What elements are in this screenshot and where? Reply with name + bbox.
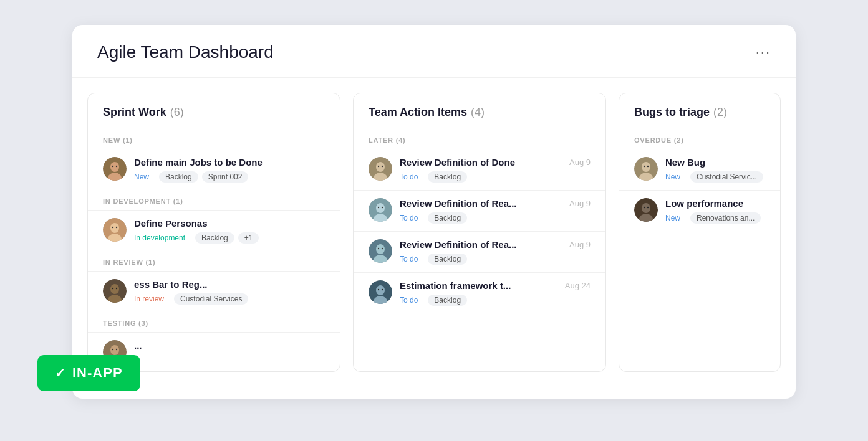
tag-badge: Backlog [195, 232, 234, 244]
avatar [634, 157, 658, 181]
status-badge: To do [400, 295, 424, 306]
card-content: Estimation framework t...Aug 24To doBack… [400, 280, 591, 306]
status-badge: New [134, 171, 155, 183]
card-content: Review Definition of DoneAug 9To doBackl… [400, 157, 591, 183]
column-title: Team Action Items [369, 106, 467, 118]
tag-badge: Sprint 002 [202, 171, 249, 183]
status-badge: In development [134, 232, 191, 244]
svg-point-36 [376, 285, 385, 295]
column-header-team-action: Team Action Items(4) [354, 93, 605, 129]
card-content: ... [134, 340, 325, 351]
svg-point-24 [382, 166, 383, 167]
svg-point-9 [116, 227, 117, 228]
tag-badge: Custodial Services [174, 293, 248, 305]
svg-point-3 [112, 166, 113, 167]
svg-point-23 [378, 166, 379, 167]
column-header-sprint-work: Sprint Work(6) [88, 93, 340, 129]
card-title: New Bug [665, 157, 705, 168]
status-badge: To do [400, 212, 424, 224]
column-sprint-work: Sprint Work(6)NEW (1)Define main Jobs to… [87, 93, 340, 372]
section-label: IN DEVELOPMENT (1) [88, 190, 340, 210]
column-count: (6) [170, 106, 184, 118]
section-label: IN REVIEW (1) [88, 251, 340, 271]
section-label: OVERDUE (2) [619, 129, 780, 149]
svg-point-21 [376, 162, 385, 172]
section-label: TESTING (3) [88, 312, 340, 332]
svg-point-48 [644, 207, 645, 208]
avatar [369, 239, 392, 263]
svg-point-29 [382, 207, 383, 208]
card-content: Define main Jobs to be DoneNewBacklogSpr… [134, 157, 325, 183]
card-title: Review Definition of Done [400, 157, 515, 168]
svg-point-44 [647, 166, 649, 167]
card-title: Define main Jobs to be Done [134, 157, 263, 168]
tag-badge: Backlog [428, 254, 467, 265]
column-header-bugs-triage: Bugs to triage(2) [619, 93, 780, 129]
main-card: Agile Team Dashboard ··· Sprint Work(6)N… [72, 25, 796, 399]
card-content: ess Bar to Reg...In reviewCustodial Serv… [134, 279, 325, 305]
avatar [103, 157, 127, 181]
svg-point-31 [376, 244, 385, 254]
card-content: Low performanceNewRenovations an... [665, 198, 765, 224]
list-item[interactable]: ess Bar to Reg...In reviewCustodial Serv… [88, 271, 340, 312]
avatar [634, 198, 658, 222]
column-team-action: Team Action Items(4)LATER (4)Review Defi… [353, 93, 606, 372]
svg-point-46 [642, 203, 650, 213]
list-item[interactable]: Review Definition of DoneAug 9To doBackl… [354, 149, 605, 190]
card-title: Review Definition of Rea... [400, 239, 517, 250]
svg-point-13 [112, 288, 113, 289]
avatar [369, 157, 392, 181]
list-item[interactable]: Estimation framework t...Aug 24To doBack… [354, 272, 605, 313]
card-title: Review Definition of Rea... [400, 198, 517, 209]
avatar [369, 280, 392, 304]
in-app-label: IN-APP [72, 365, 123, 381]
card-date: Aug 9 [569, 199, 591, 208]
in-app-badge: ✓ IN-APP [37, 355, 140, 391]
list-item[interactable]: Review Definition of Rea...Aug 9To doBac… [354, 231, 605, 272]
tag-badge: Backlog [159, 171, 198, 183]
svg-point-1 [110, 162, 119, 172]
column-title: Sprint Work [103, 106, 166, 118]
card-title: ess Bar to Reg... [134, 279, 208, 290]
checkmark-icon: ✓ [55, 366, 66, 381]
avatar [103, 218, 127, 242]
card-content: Define PersonasIn developmentBacklog+1 [134, 218, 325, 244]
avatar [369, 198, 392, 222]
svg-point-18 [112, 349, 113, 350]
tag-badge: Backlog [428, 171, 467, 183]
card-content: New BugNewCustodial Servic... [665, 157, 765, 183]
list-item[interactable]: Define PersonasIn developmentBacklog+1 [88, 210, 340, 251]
list-item[interactable]: Review Definition of Rea...Aug 9To doBac… [354, 190, 605, 231]
page-title: Agile Team Dashboard [97, 42, 274, 62]
card-title: Low performance [665, 198, 743, 209]
svg-point-16 [110, 345, 119, 355]
section-label: NEW (1) [88, 129, 340, 149]
svg-point-49 [647, 207, 649, 208]
card-date: Aug 9 [569, 240, 591, 249]
svg-point-34 [382, 248, 383, 249]
status-badge: In review [134, 293, 170, 305]
column-count: (2) [713, 106, 727, 118]
status-badge: To do [400, 254, 424, 265]
column-title: Bugs to triage [634, 106, 710, 118]
card-title: Define Personas [134, 218, 208, 229]
card-date: Aug 24 [565, 281, 591, 290]
more-options-button[interactable]: ··· [756, 44, 771, 60]
tag-badge: Custodial Servic... [690, 171, 763, 183]
svg-point-28 [378, 207, 379, 208]
svg-point-4 [116, 166, 117, 167]
columns-wrapper: Sprint Work(6)NEW (1)Define main Jobs to… [72, 78, 796, 387]
svg-point-14 [116, 288, 117, 289]
card-content: Review Definition of Rea...Aug 9To doBac… [400, 198, 591, 224]
svg-point-39 [382, 289, 383, 290]
status-badge: New [665, 171, 687, 183]
tag-badge: +1 [238, 232, 259, 244]
list-item[interactable]: Define main Jobs to be DoneNewBacklogSpr… [88, 149, 340, 190]
card-content: Review Definition of Rea...Aug 9To doBac… [400, 239, 591, 265]
list-item[interactable]: New BugNewCustodial Servic... [619, 149, 780, 190]
card-title: Estimation framework t... [400, 280, 511, 291]
list-item[interactable]: Low performanceNewRenovations an... [619, 190, 780, 231]
svg-point-41 [642, 162, 650, 172]
tag-badge: Backlog [428, 295, 467, 306]
svg-point-11 [110, 284, 119, 294]
